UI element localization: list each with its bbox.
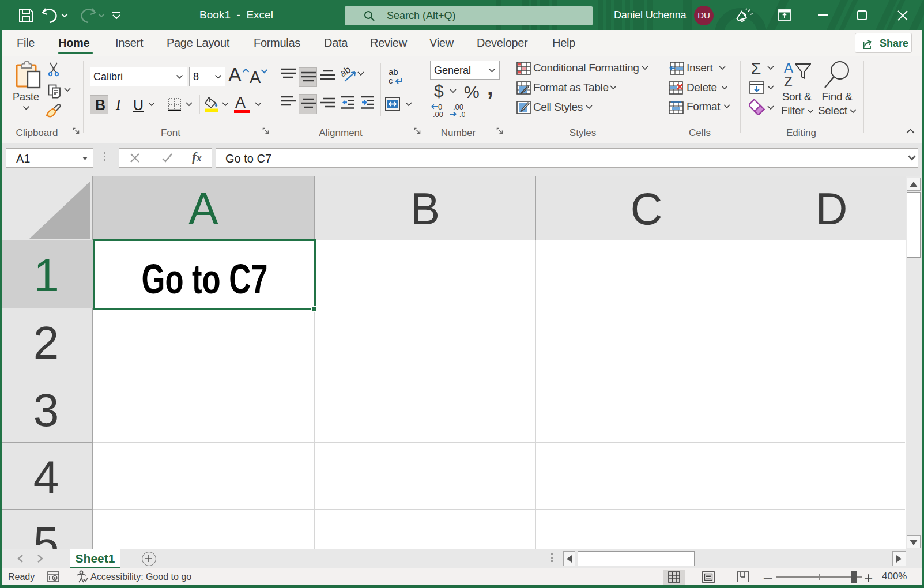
svg-text:ab: ab [341,66,353,79]
svg-text:c: c [389,76,393,85]
svg-text:.0: .0 [459,110,465,118]
svg-text:.00: .00 [433,110,443,118]
